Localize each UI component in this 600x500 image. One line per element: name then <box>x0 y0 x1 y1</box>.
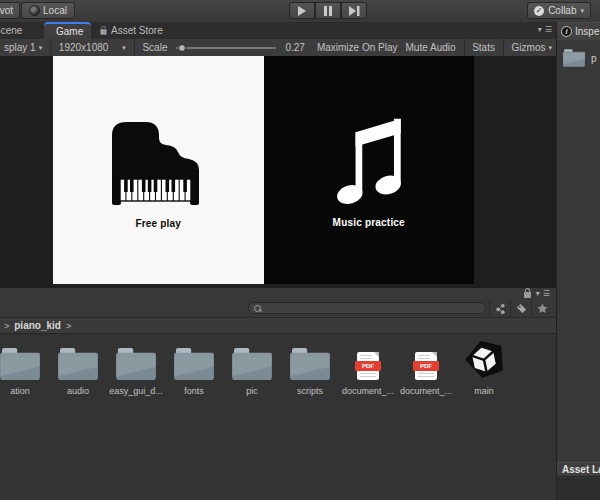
stats-toggle[interactable]: Stats <box>468 42 499 53</box>
music-note-icon <box>325 113 413 209</box>
tab-scene-label: Scene <box>0 25 22 36</box>
panel-hamburger-icon[interactable]: ☰ <box>545 25 552 34</box>
breadcrumb-folder[interactable]: piano_kid <box>14 320 61 331</box>
collab-button-label: Collab <box>548 5 576 16</box>
pause-button[interactable] <box>315 2 341 19</box>
separator <box>503 39 504 56</box>
globe-icon <box>29 5 40 16</box>
separator <box>464 39 465 56</box>
free-play-panel[interactable]: Free play <box>53 56 264 284</box>
collab-button[interactable]: ✓ Collab ▾ <box>527 2 591 19</box>
play-icon <box>297 6 307 16</box>
scale-slider[interactable] <box>176 47 276 49</box>
view-tab-bar: Scene Game Asset Store ▾ ☰ <box>0 22 556 39</box>
search-field[interactable] <box>248 302 486 314</box>
gizmos-dropdown[interactable]: Gizmos ▾ <box>508 42 556 53</box>
project-panel-header: ▾ ☰ <box>0 288 556 300</box>
collab-check-icon: ✓ <box>534 6 544 16</box>
project-item[interactable]: PDF document_... <box>397 340 455 396</box>
tab-inspector[interactable]: i Inspe <box>557 22 600 40</box>
search-by-type-button[interactable] <box>489 300 510 317</box>
panel-menu: ▾ ☰ <box>538 25 552 34</box>
project-panel-menu: ▾ ☰ <box>536 289 550 298</box>
search-by-label-button[interactable] <box>510 300 531 317</box>
search-by-label-icon <box>516 303 527 314</box>
project-item[interactable]: PDF document_... <box>339 340 397 396</box>
project-item-label: fonts <box>184 386 204 396</box>
pivot-button[interactable]: vot <box>0 2 20 19</box>
asset-store-icon <box>100 29 106 34</box>
piano-icon <box>106 112 210 210</box>
step-button[interactable] <box>341 2 367 19</box>
tab-game[interactable]: Game <box>44 22 91 39</box>
pdf-icon: PDF <box>357 352 379 380</box>
local-button-label: Local <box>43 5 67 16</box>
project-item-label: scripts <box>297 386 323 396</box>
display-dropdown[interactable]: splay 1 ▾ <box>0 42 46 53</box>
lock-icon[interactable] <box>524 292 531 298</box>
tab-asset-store-label: Asset Store <box>111 25 163 36</box>
project-item[interactable]: easy_gui_d... <box>107 340 165 396</box>
folder-icon <box>0 346 42 382</box>
playback-controls <box>289 2 367 19</box>
gizmos-label: Gizmos <box>512 42 546 53</box>
free-play-label: Free play <box>135 218 181 229</box>
scale-control: Scale 0.27 <box>138 42 308 53</box>
tab-inspector-label: Inspe <box>575 26 599 37</box>
pdf-icon: PDF <box>415 352 437 380</box>
inspector-selected-asset: p <box>557 40 600 68</box>
dropdown-arrow-icon: ▾ <box>549 44 553 52</box>
local-button[interactable]: Local <box>21 2 75 19</box>
panel-dropdown-icon[interactable]: ▾ <box>536 289 540 298</box>
search-by-type-icon <box>495 303 506 314</box>
dropdown-arrow-icon: ▾ <box>39 44 43 52</box>
resolution-dropdown-label: 1920x1080 <box>59 42 109 53</box>
project-panel: ▾ ☰ <box>0 288 556 500</box>
separator <box>134 39 135 56</box>
tab-scene[interactable]: Scene <box>0 22 44 39</box>
mute-audio-toggle[interactable]: Mute Audio <box>402 42 460 53</box>
scale-label: Scale <box>142 42 167 53</box>
project-item-label: pic <box>246 386 258 396</box>
music-practice-label: Music practice <box>333 217 405 228</box>
panel-hamburger-icon[interactable]: ☰ <box>543 289 550 298</box>
project-item[interactable]: ation <box>0 340 49 396</box>
star-icon <box>537 303 548 314</box>
project-item-label: document_... <box>342 386 394 396</box>
info-icon: i <box>561 26 572 37</box>
unity-scene-icon <box>461 336 507 382</box>
pause-icon <box>323 6 333 16</box>
display-dropdown-label: splay 1 <box>4 42 36 53</box>
search-filters <box>489 300 552 317</box>
resolution-dropdown[interactable]: 1920x1080 ▾ <box>55 42 130 53</box>
project-item[interactable]: scripts <box>281 340 339 396</box>
breadcrumb: > piano_kid > <box>0 318 556 334</box>
main-toolbar: vot Local ✓ Collab ▾ <box>0 0 600 23</box>
project-item[interactable]: pic <box>223 340 281 396</box>
mute-audio-label: Mute Audio <box>406 42 456 53</box>
folder-icon <box>288 346 332 382</box>
folder-icon <box>114 346 158 382</box>
pivot-button-label: vot <box>0 5 13 16</box>
asset-labels-body <box>557 478 600 500</box>
project-item-label: ation <box>10 386 30 396</box>
project-item[interactable]: main <box>455 340 513 396</box>
folder-icon <box>230 346 274 382</box>
project-item[interactable]: audio <box>49 340 107 396</box>
search-by-favorites-button[interactable] <box>531 300 552 317</box>
project-item[interactable]: fonts <box>165 340 223 396</box>
asset-labels-header[interactable]: Asset La <box>557 462 600 477</box>
scale-value: 0.27 <box>285 42 304 53</box>
asset-labels-label: Asset La <box>562 464 600 475</box>
search-input[interactable] <box>261 303 469 313</box>
search-icon <box>254 305 261 312</box>
tab-asset-store[interactable]: Asset Store <box>92 22 178 39</box>
music-practice-panel[interactable]: Music practice <box>264 56 475 284</box>
chevron-right-icon: > <box>66 321 71 331</box>
scale-slider-handle[interactable] <box>178 44 186 52</box>
play-button[interactable] <box>289 2 315 19</box>
dropdown-arrow-icon: ▾ <box>122 44 126 52</box>
project-items: ation audio easy_gui_d... <box>0 340 513 396</box>
panel-dropdown-icon[interactable]: ▾ <box>538 25 542 34</box>
maximize-on-play-toggle[interactable]: Maximize On Play <box>313 42 402 53</box>
